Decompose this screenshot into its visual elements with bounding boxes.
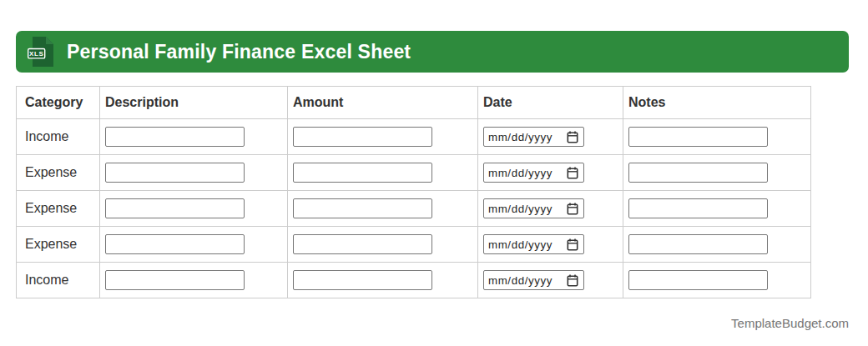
date-input[interactable]: mm/dd/yyyy [483,163,584,183]
category-cell: Income [17,119,100,155]
date-placeholder: mm/dd/yyyy [488,238,553,251]
table-row: Income mm/dd/yyyy [17,119,811,155]
description-cell [100,263,288,298]
header-bar: XLS Personal Family Finance Excel Sheet [16,31,849,73]
notes-cell [623,263,811,298]
xls-icon-label: XLS [29,50,43,58]
calendar-icon[interactable] [567,238,578,251]
date-input[interactable]: mm/dd/yyyy [483,270,584,290]
amount-cell [288,227,478,263]
calendar-icon[interactable] [567,203,578,215]
date-placeholder: mm/dd/yyyy [488,203,553,215]
amount-input[interactable] [293,127,432,147]
page-title: Personal Family Finance Excel Sheet [67,41,411,63]
date-placeholder: mm/dd/yyyy [488,274,553,287]
description-input[interactable] [105,270,245,290]
amount-input[interactable] [293,234,432,254]
page: XLS Personal Family Finance Excel Sheet … [0,0,868,330]
calendar-icon[interactable] [567,131,578,143]
calendar-icon[interactable] [567,274,578,287]
category-cell: Income [17,263,100,298]
date-cell: mm/dd/yyyy [478,191,623,227]
amount-input[interactable] [293,270,432,290]
notes-cell [623,191,811,227]
notes-input[interactable] [628,234,768,254]
date-input[interactable]: mm/dd/yyyy [483,198,584,218]
description-cell [100,155,288,191]
date-cell: mm/dd/yyyy [478,155,623,191]
description-cell [100,227,288,263]
notes-cell [623,227,811,263]
date-input[interactable]: mm/dd/yyyy [483,234,584,254]
amount-cell [288,155,478,191]
calendar-icon[interactable] [567,167,578,179]
notes-input[interactable] [628,163,768,183]
date-placeholder: mm/dd/yyyy [488,131,553,143]
category-cell: Expense [17,155,100,191]
description-input[interactable] [105,234,245,254]
category-cell: Expense [17,227,100,263]
notes-cell [623,155,811,191]
column-header-amount: Amount [288,87,478,119]
notes-input[interactable] [628,270,768,290]
amount-cell [288,263,478,298]
table-row: Expense mm/dd/yyyy [17,227,811,263]
table-header-row: Category Description Amount Date Notes [17,87,811,119]
column-header-date: Date [478,87,623,119]
notes-cell [623,119,811,155]
amount-input[interactable] [293,198,432,218]
description-input[interactable] [105,198,245,218]
description-cell [100,119,288,155]
footer-site-name: TemplateBudget.com [16,316,849,330]
date-cell: mm/dd/yyyy [478,263,623,298]
date-input[interactable]: mm/dd/yyyy [483,127,584,147]
xls-file-icon: XLS [27,36,55,68]
description-input[interactable] [105,163,245,183]
category-cell: Expense [17,191,100,227]
description-cell [100,191,288,227]
notes-input[interactable] [628,127,768,147]
column-header-category: Category [17,87,100,119]
finance-table: Category Description Amount Date Notes I… [16,86,811,298]
table-row: Income mm/dd/yyyy [17,263,811,298]
amount-cell [288,119,478,155]
amount-input[interactable] [293,163,432,183]
column-header-description: Description [100,87,288,119]
date-placeholder: mm/dd/yyyy [488,167,553,179]
notes-input[interactable] [628,198,768,218]
date-cell: mm/dd/yyyy [478,227,623,263]
date-cell: mm/dd/yyyy [478,119,623,155]
column-header-notes: Notes [623,87,811,119]
table-row: Expense mm/dd/yyyy [17,191,811,227]
amount-cell [288,191,478,227]
description-input[interactable] [105,127,245,147]
table-row: Expense mm/dd/yyyy [17,155,811,191]
